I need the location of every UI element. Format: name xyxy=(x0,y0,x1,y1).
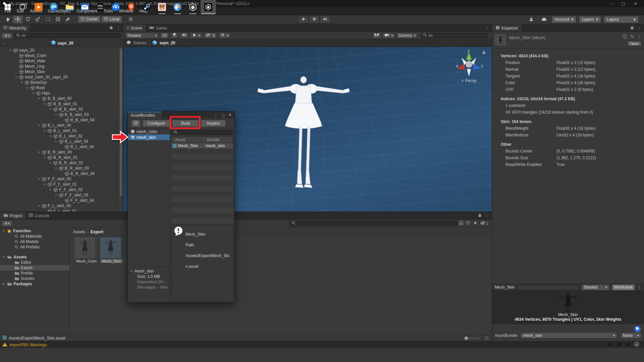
packages-root[interactable]: ▶Packages xyxy=(0,281,69,287)
kebab-menu-icon[interactable]: ⋮ xyxy=(214,113,218,117)
expander-icon[interactable]: ▼ xyxy=(2,230,5,233)
maximize-icon[interactable]: ▢ xyxy=(221,113,224,117)
hierarchy-item-B_L_skirt_02[interactable]: ▼B_L_skirt_02 xyxy=(0,133,123,139)
breadcrumb-assets[interactable]: Assets xyxy=(73,230,85,234)
kebab-menu-icon[interactable]: ⋮ xyxy=(637,35,641,39)
taskbar-app-steam[interactable] xyxy=(139,0,154,14)
kebab-menu-icon[interactable]: ⋮ xyxy=(637,26,641,31)
hierarchy-item-B_R_skirt_00[interactable]: ▼B_R_skirt_00 xyxy=(0,149,123,155)
hierarchy-item-F_F_skirt_01[interactable]: ▼F_F_skirt_01 xyxy=(0,182,123,187)
tab-project[interactable]: Project xyxy=(0,212,25,219)
importfbx-warning[interactable]: ImportFBX Warnings: xyxy=(9,343,48,347)
axis-z-label[interactable]: z xyxy=(481,64,483,68)
play-button[interactable] xyxy=(299,16,309,23)
expander-icon[interactable]: ▼ xyxy=(37,151,41,154)
expander-icon[interactable]: ▼ xyxy=(20,81,23,84)
expander-icon[interactable]: ▼ xyxy=(54,113,58,116)
hierarchy-item-B_R_skirt_03[interactable]: ▼B_R_skirt_03 xyxy=(0,166,123,171)
favorite-all-prefabs[interactable]: All Prefabs xyxy=(0,244,69,250)
gizmo-lock-icon[interactable] xyxy=(482,50,486,55)
orientation-gizmo[interactable]: x y z < Persp xyxy=(452,50,486,90)
kebab-menu-icon[interactable]: ⋮ xyxy=(637,285,641,290)
taskbar-app-mail[interactable] xyxy=(77,0,93,14)
sprite-icon[interactable] xyxy=(459,221,463,226)
taskbar-app-origin[interactable] xyxy=(123,0,139,14)
inspect-tab-button[interactable]: Inspect xyxy=(201,120,226,127)
hierarchy-scrollbar[interactable] xyxy=(119,47,123,212)
assets-root-folder[interactable]: ▼Assets xyxy=(0,254,69,260)
scene-search-input[interactable] xyxy=(421,33,488,38)
expander-icon[interactable]: ▼ xyxy=(43,156,46,159)
hierarchy-item-B_B_skirt_00[interactable]: ▼B_B_skirt_00 xyxy=(0,96,123,101)
file-mesh_skin[interactable]: Mesh_Skin xyxy=(100,237,122,335)
hierarchy-item-F_L_skirt_00[interactable]: ▼F_L_skirt_00 xyxy=(0,203,123,208)
folder-export[interactable]: Export xyxy=(0,265,69,270)
hierarchy-item-F_F_skirt_02[interactable]: ▼F_F_skirt_02 xyxy=(0,187,123,192)
expander-icon[interactable]: ▼ xyxy=(54,167,58,170)
close-icon[interactable]: ✕ xyxy=(228,113,232,117)
hierarchy-item-B_B_skirt_03[interactable]: ▼B_B_skirt_03 xyxy=(0,112,123,117)
expander-icon[interactable]: ▼ xyxy=(2,256,5,259)
assetbundle-dropdown[interactable]: mesh_skin▾ xyxy=(521,332,617,339)
folder-prefab[interactable]: Prefab xyxy=(0,270,69,276)
hierarchy-item-B_L_skirt_01[interactable]: ▼B_L_skirt_01 xyxy=(0,128,123,133)
2d-toggle-button[interactable]: 2D xyxy=(160,33,169,39)
hierarchy-item-B_L_skirt_04[interactable]: B_L_skirt_04 xyxy=(0,144,123,149)
hierarchy-search-input[interactable] xyxy=(14,33,121,38)
layout-dropdown[interactable]: Layout▾ xyxy=(604,16,639,23)
tab-hierarchy[interactable]: Hierarchy xyxy=(0,24,30,32)
project-search-input[interactable] xyxy=(289,221,457,226)
favorite-icon[interactable] xyxy=(473,221,477,226)
expander-icon[interactable]: ▼ xyxy=(43,183,46,186)
hierarchy-item-B_B_skirt_01[interactable]: ▼B_B_skirt_01 xyxy=(0,101,123,107)
expander-icon[interactable]: ▶ xyxy=(2,283,5,286)
label-icon[interactable] xyxy=(466,221,470,226)
cloud-icon[interactable] xyxy=(539,16,549,23)
lock-icon[interactable] xyxy=(478,213,482,218)
taskbar-app-bear-paint[interactable] xyxy=(154,0,170,14)
effects-dropdown[interactable]: ▾ xyxy=(190,33,202,39)
taskbar-app-movies-tv[interactable] xyxy=(31,0,46,14)
axis-y-label[interactable]: y xyxy=(468,48,470,53)
presets-icon[interactable] xyxy=(630,34,634,40)
taskbar-app-unity-editor[interactable] xyxy=(201,0,216,14)
configure-tab-button[interactable]: Configure xyxy=(143,120,170,127)
bundle-item-mesh_skin[interactable]: mesh_skin xyxy=(128,134,170,140)
lighting-toggle-icon[interactable] xyxy=(170,33,178,39)
expander-icon[interactable]: ▼ xyxy=(37,124,41,127)
expander-icon[interactable]: ▼ xyxy=(49,135,52,138)
hierarchy-item-B_L_skirt_00[interactable]: ▼B_L_skirt_00 xyxy=(0,123,123,128)
perspective-label[interactable]: < Persp xyxy=(452,78,486,83)
custom-tool-icon[interactable] xyxy=(63,16,73,23)
hierarchy-item-F_F_skirt_04[interactable]: F_F_skirt_04 xyxy=(0,198,123,203)
taskbar-app-explorer[interactable] xyxy=(62,0,77,14)
taskbar-app-medibang-paint[interactable] xyxy=(170,0,185,14)
layers-dropdown[interactable]: Layers▾ xyxy=(579,16,601,23)
bundle-item-mesh_cstm[interactable]: mesh_cstm xyxy=(128,129,170,134)
favorite-all-materials[interactable]: All Materials xyxy=(0,234,69,239)
expander-icon[interactable]: ▼ xyxy=(26,86,29,89)
hierarchy-item-B_R_skirt_02[interactable]: ▼B_R_skirt_02 xyxy=(0,160,123,166)
hierarchy-item-B_R_skirt_04[interactable]: B_R_skirt_04 xyxy=(0,171,123,176)
hierarchy-item-B_B_skirt_04[interactable]: B_B_skirt_04 xyxy=(0,117,123,123)
expander-icon[interactable]: ▼ xyxy=(37,178,41,181)
asset-table-header[interactable]: Asset Bundle xyxy=(171,136,233,143)
wireframe-toggle-button[interactable]: Wireframe xyxy=(612,284,635,291)
hierarchy-item-BoneGrp[interactable]: ▼BoneGrp xyxy=(0,80,123,85)
minimize-icon[interactable]: – xyxy=(610,1,613,6)
kebab-menu-icon[interactable]: ⋮ xyxy=(116,26,120,31)
asset-row-mesh_skin[interactable]: Mesh_Skinmesh_skin xyxy=(171,143,233,148)
transform-tool-icon[interactable] xyxy=(53,16,63,23)
progress-icon[interactable] xyxy=(634,342,639,348)
hierarchy-item-sayo_20[interactable]: ▼sayo_20 xyxy=(0,48,123,53)
grid-list-toggle[interactable] xyxy=(484,336,489,341)
camera-dropdown[interactable]: ▾ xyxy=(382,33,395,39)
expander-icon[interactable]: ▼ xyxy=(54,140,58,143)
tag-icon[interactable] xyxy=(634,326,641,332)
expander-icon[interactable]: ▼ xyxy=(43,129,46,132)
open-button[interactable]: Open xyxy=(627,41,641,46)
character-model[interactable] xyxy=(255,70,352,197)
assetbundles-tab[interactable]: AssetBundles xyxy=(128,112,161,118)
preview-drag-handle[interactable] xyxy=(518,287,577,288)
triangle-down-icon[interactable]: ▼ xyxy=(130,270,133,273)
